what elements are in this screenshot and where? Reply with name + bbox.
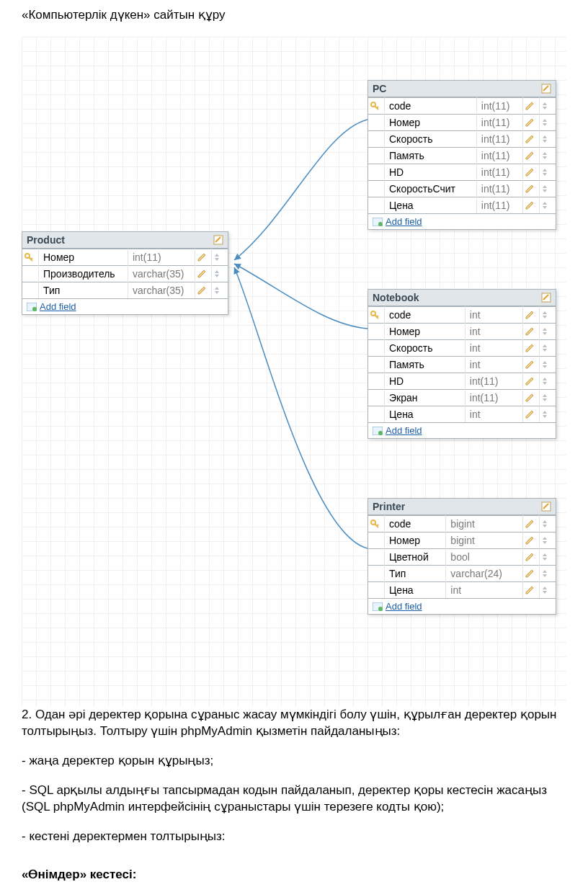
pencil-icon[interactable]	[523, 516, 540, 532]
field-row[interactable]: Ценаint	[368, 406, 556, 423]
field-row[interactable]: Типvarchar(24)	[368, 566, 556, 582]
sort-icon[interactable]	[212, 282, 228, 299]
table-pc[interactable]: PC codeint(11)Номерint(11)Скоростьint(11…	[368, 80, 556, 230]
sort-icon[interactable]	[540, 549, 556, 566]
field-row[interactable]: Номерint(11)	[22, 249, 228, 266]
pencil-icon[interactable]	[523, 115, 540, 131]
pencil-icon[interactable]	[195, 249, 212, 266]
svg-point-11	[378, 431, 383, 435]
pencil-icon[interactable]	[523, 148, 540, 164]
sort-icon[interactable]	[540, 406, 556, 423]
sort-icon[interactable]	[540, 532, 556, 549]
field-name: Цена	[385, 197, 477, 214]
add-field-icon[interactable]	[373, 218, 383, 226]
table-product[interactable]: Product Номерint(11)Производительvarchar…	[22, 231, 228, 315]
field-row[interactable]: Скоростьint(11)	[368, 131, 556, 148]
table-notebook[interactable]: Notebook codeintНомерintСкоростьintПамят…	[368, 289, 556, 439]
field-type: int(11)	[128, 249, 195, 266]
field-name: Цена	[385, 406, 466, 423]
key-icon	[368, 115, 385, 131]
field-name: HD	[385, 164, 477, 181]
pencil-icon[interactable]	[523, 181, 540, 197]
svg-point-7	[378, 222, 383, 226]
sort-icon[interactable]	[540, 181, 556, 197]
field-row[interactable]: Номерbigint	[368, 532, 556, 549]
key-icon	[368, 390, 385, 406]
key-icon	[368, 406, 385, 423]
pencil-icon[interactable]	[523, 566, 540, 582]
pencil-icon[interactable]	[523, 131, 540, 148]
pencil-icon[interactable]	[523, 197, 540, 214]
add-field-icon[interactable]	[373, 602, 383, 611]
field-row[interactable]: codeint	[368, 307, 556, 324]
sort-icon[interactable]	[540, 164, 556, 181]
key-icon	[368, 340, 385, 357]
field-row[interactable]: codeint(11)	[368, 98, 556, 115]
field-row[interactable]: Номерint	[368, 324, 556, 340]
field-row[interactable]: Экранint(11)	[368, 390, 556, 406]
pencil-icon[interactable]	[195, 266, 212, 282]
sort-icon[interactable]	[540, 373, 556, 390]
pencil-icon[interactable]	[523, 549, 540, 566]
field-row[interactable]: codebigint	[368, 516, 556, 532]
field-row[interactable]: Памятьint	[368, 357, 556, 373]
key-icon	[368, 98, 385, 115]
add-field-link[interactable]: Add field	[386, 425, 422, 436]
sort-icon[interactable]	[540, 197, 556, 214]
sort-icon[interactable]	[212, 249, 228, 266]
sort-icon[interactable]	[540, 148, 556, 164]
add-field-link[interactable]: Add field	[40, 301, 76, 312]
sort-icon[interactable]	[540, 324, 556, 340]
pencil-icon[interactable]	[523, 582, 540, 599]
sort-icon[interactable]	[540, 131, 556, 148]
add-field-link[interactable]: Add field	[386, 216, 422, 227]
edit-table-icon[interactable]	[541, 293, 551, 303]
sort-icon[interactable]	[540, 340, 556, 357]
pencil-icon[interactable]	[523, 307, 540, 324]
field-row[interactable]: Цветнойbool	[368, 549, 556, 566]
sort-icon[interactable]	[540, 307, 556, 324]
sort-icon[interactable]	[540, 566, 556, 582]
sort-icon[interactable]	[540, 516, 556, 532]
edit-table-icon[interactable]	[541, 84, 551, 94]
field-row[interactable]: Памятьint(11)	[368, 148, 556, 164]
pencil-icon[interactable]	[523, 532, 540, 549]
field-row[interactable]: Скоростьint	[368, 340, 556, 357]
sort-icon[interactable]	[212, 266, 228, 282]
key-icon	[368, 164, 385, 181]
pencil-icon[interactable]	[523, 373, 540, 390]
sort-icon[interactable]	[540, 98, 556, 115]
pencil-icon[interactable]	[195, 282, 212, 299]
field-type: bigint	[446, 516, 523, 532]
sort-icon[interactable]	[540, 390, 556, 406]
pencil-icon[interactable]	[523, 324, 540, 340]
pencil-icon[interactable]	[523, 164, 540, 181]
field-name: Производитель	[39, 266, 128, 282]
edit-table-icon[interactable]	[213, 235, 223, 245]
add-field-link[interactable]: Add field	[386, 601, 422, 612]
field-row[interactable]: Ценаint(11)	[368, 197, 556, 214]
edit-table-icon[interactable]	[541, 502, 551, 512]
field-row[interactable]: HDint(11)	[368, 164, 556, 181]
pencil-icon[interactable]	[523, 98, 540, 115]
field-row[interactable]: Производительvarchar(35)	[22, 266, 228, 282]
field-name: Цена	[385, 582, 446, 599]
add-field-icon[interactable]	[373, 427, 383, 435]
sort-icon[interactable]	[540, 357, 556, 373]
field-name: HD	[385, 373, 466, 390]
sort-icon[interactable]	[540, 115, 556, 131]
pencil-icon[interactable]	[523, 340, 540, 357]
paragraph: 2. Одан әрі деректер қорына сұраныс жаса…	[22, 707, 566, 740]
paragraph: - SQL арқылы алдыңғы тапсырмадан кодын п…	[22, 783, 566, 816]
pencil-icon[interactable]	[523, 390, 540, 406]
add-field-icon[interactable]	[27, 303, 37, 311]
pencil-icon[interactable]	[523, 406, 540, 423]
field-row[interactable]: СкоростьСчитint(11)	[368, 181, 556, 197]
table-printer[interactable]: Printer codebigintНомерbigintЦветнойbool…	[368, 498, 556, 615]
field-row[interactable]: Типvarchar(35)	[22, 282, 228, 299]
field-row[interactable]: Ценаint	[368, 582, 556, 599]
field-row[interactable]: HDint(11)	[368, 373, 556, 390]
field-row[interactable]: Номерint(11)	[368, 115, 556, 131]
pencil-icon[interactable]	[523, 357, 540, 373]
sort-icon[interactable]	[540, 582, 556, 599]
